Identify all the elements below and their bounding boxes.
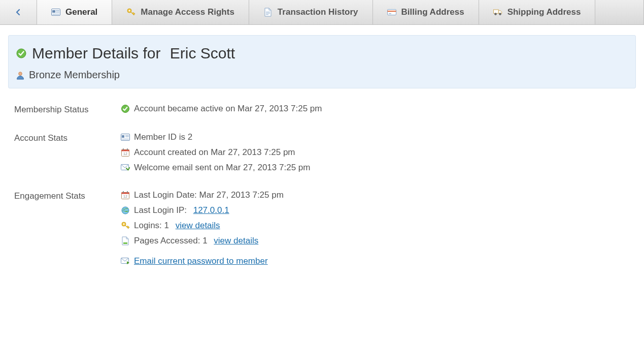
svg-point-14 — [494, 13, 496, 15]
svg-rect-27 — [127, 148, 128, 150]
page-title-prefix: Member Details for — [32, 45, 165, 62]
account-created-text: Account created on Mar 27, 2013 7:25 pm — [134, 147, 295, 158]
user-icon — [16, 71, 25, 80]
tab-shipping-address-label: Shipping Address — [507, 7, 581, 17]
svg-point-35 — [122, 207, 129, 214]
svg-point-6 — [129, 10, 130, 12]
svg-text:12: 12 — [123, 195, 127, 198]
welcome-email-row: Welcome email sent on Mar 27, 2013 7:25 … — [121, 163, 644, 173]
card-icon — [121, 133, 130, 142]
tab-bar: General Manage Access Rights Transaction… — [0, 0, 644, 25]
billing-icon — [387, 8, 396, 17]
last-login-row: 12 Last Login Date: Mar 27, 2013 7:25 pm — [121, 190, 644, 200]
status-text: Account became active on Mar 27, 2013 7:… — [134, 104, 322, 114]
membership-level-text: Bronze Membership — [29, 69, 120, 81]
svg-rect-9 — [266, 14, 268, 15]
svg-point-37 — [123, 224, 125, 225]
card-icon — [51, 8, 60, 17]
svg-rect-38 — [123, 242, 127, 244]
email-password-link[interactable]: Email current password to member — [134, 256, 268, 266]
document-icon — [263, 8, 273, 17]
left-arrow-icon — [14, 8, 23, 17]
calendar-icon: 12 — [121, 191, 130, 200]
check-circle-icon — [16, 48, 27, 59]
svg-rect-4 — [52, 14, 59, 15]
svg-rect-25 — [122, 150, 129, 151]
back-button[interactable] — [0, 0, 37, 24]
logins-view-details-link[interactable]: view details — [176, 221, 220, 231]
page-icon — [121, 236, 130, 245]
mail-sent-icon — [121, 163, 130, 172]
page-title: Member Details for Eric Scott — [16, 45, 628, 62]
section-membership-status: Membership Status Account became active … — [0, 104, 644, 115]
svg-rect-31 — [122, 193, 129, 194]
section-account-stats: Account Stats Member ID is 2 12 Account … — [0, 132, 644, 173]
svg-rect-32 — [123, 191, 124, 193]
email-password-row: Email current password to member — [121, 256, 644, 266]
tab-access-rights[interactable]: Manage Access Rights — [112, 0, 249, 24]
svg-rect-20 — [122, 135, 124, 138]
section-engagement-stats: Engagement Stats 12 Last Login Date: Mar… — [0, 190, 644, 266]
last-login-ip-label: Last Login IP: — [134, 205, 189, 215]
tab-transaction-history[interactable]: Transaction History — [249, 0, 373, 24]
tab-billing-address-label: Billing Address — [401, 7, 464, 17]
svg-rect-13 — [493, 10, 498, 13]
svg-point-15 — [499, 13, 501, 15]
label-engagement-stats: Engagement Stats — [14, 190, 121, 266]
svg-rect-8 — [266, 13, 270, 14]
globe-icon — [121, 206, 130, 215]
svg-rect-11 — [387, 11, 396, 12]
tab-general[interactable]: General — [37, 0, 112, 24]
tab-general-label: General — [65, 7, 97, 17]
svg-rect-21 — [125, 135, 129, 136]
key-icon — [126, 8, 135, 17]
title-panel: Member Details for Eric Scott Bronze Mem… — [8, 35, 636, 88]
page-title-name: Eric Scott — [170, 45, 235, 62]
tab-transaction-history-label: Transaction History — [278, 7, 358, 17]
logins-count-text: Logins: 1 — [134, 221, 172, 231]
svg-point-17 — [19, 72, 22, 75]
last-login-ip-link[interactable]: 127.0.0.1 — [193, 205, 229, 215]
member-id-row: Member ID is 2 — [121, 132, 644, 142]
svg-rect-23 — [122, 139, 129, 139]
svg-text:12: 12 — [123, 152, 127, 156]
last-login-text: Last Login Date: Mar 27, 2013 7:25 pm — [134, 190, 284, 200]
key-icon — [121, 221, 130, 230]
tab-shipping-address[interactable]: Shipping Address — [479, 0, 596, 24]
last-login-ip-row: Last Login IP: 127.0.0.1 — [121, 205, 644, 215]
pages-accessed-row: Pages Accessed: 1 view details — [121, 236, 644, 246]
welcome-email-text: Welcome email sent on Mar 27, 2013 7:25 … — [134, 163, 310, 173]
svg-rect-10 — [387, 10, 396, 15]
truck-icon — [493, 8, 502, 17]
logins-count-row: Logins: 1 view details — [121, 221, 644, 231]
svg-rect-3 — [56, 12, 59, 13]
pages-accessed-text: Pages Accessed: 1 — [134, 236, 210, 246]
svg-rect-7 — [266, 12, 270, 12]
member-id-text: Member ID is 2 — [134, 132, 192, 142]
svg-rect-22 — [125, 137, 129, 137]
membership-level: Bronze Membership — [16, 69, 628, 81]
label-membership-status: Membership Status — [14, 104, 121, 115]
status-row: Account became active on Mar 27, 2013 7:… — [121, 104, 644, 114]
tab-billing-address[interactable]: Billing Address — [373, 0, 479, 24]
account-created-row: 12 Account created on Mar 27, 2013 7:25 … — [121, 147, 644, 158]
calendar-icon: 12 — [121, 148, 130, 157]
svg-rect-2 — [56, 10, 59, 11]
svg-rect-12 — [389, 13, 391, 14]
svg-rect-26 — [123, 148, 124, 150]
svg-rect-1 — [52, 10, 55, 13]
mail-send-icon — [121, 257, 130, 266]
svg-rect-33 — [127, 191, 128, 193]
tab-access-rights-label: Manage Access Rights — [141, 7, 234, 17]
pages-view-details-link[interactable]: view details — [214, 236, 258, 246]
label-account-stats: Account Stats — [14, 132, 121, 173]
check-circle-icon — [121, 104, 130, 113]
